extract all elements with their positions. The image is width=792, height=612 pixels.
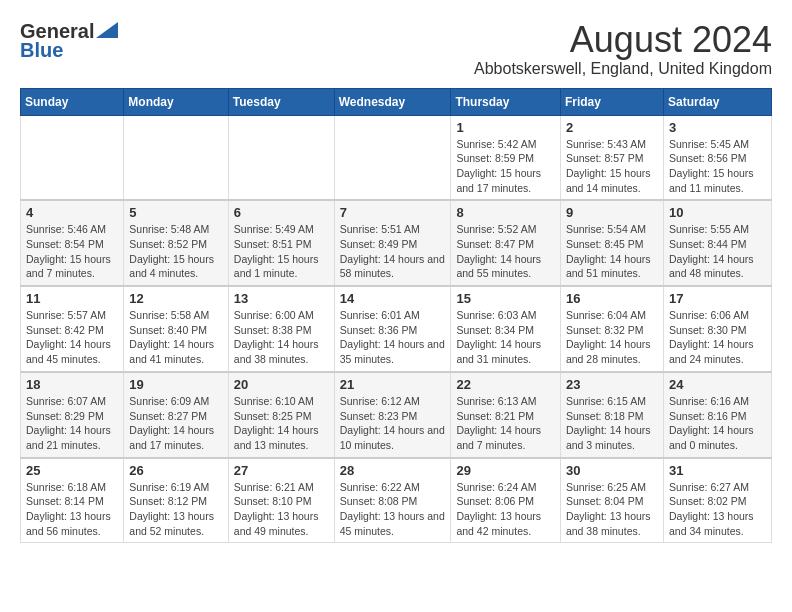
day-number: 2 xyxy=(566,120,658,135)
calendar-cell xyxy=(228,115,334,200)
day-info: Sunrise: 5:46 AM Sunset: 8:54 PM Dayligh… xyxy=(26,222,118,281)
day-info: Sunrise: 6:22 AM Sunset: 8:08 PM Dayligh… xyxy=(340,480,446,539)
calendar-cell: 23Sunrise: 6:15 AM Sunset: 8:18 PM Dayli… xyxy=(560,372,663,458)
calendar-cell: 21Sunrise: 6:12 AM Sunset: 8:23 PM Dayli… xyxy=(334,372,451,458)
week-row-4: 18Sunrise: 6:07 AM Sunset: 8:29 PM Dayli… xyxy=(21,372,772,458)
day-info: Sunrise: 6:03 AM Sunset: 8:34 PM Dayligh… xyxy=(456,308,555,367)
calendar-cell xyxy=(124,115,228,200)
day-info: Sunrise: 6:13 AM Sunset: 8:21 PM Dayligh… xyxy=(456,394,555,453)
day-number: 9 xyxy=(566,205,658,220)
day-info: Sunrise: 5:52 AM Sunset: 8:47 PM Dayligh… xyxy=(456,222,555,281)
day-info: Sunrise: 5:49 AM Sunset: 8:51 PM Dayligh… xyxy=(234,222,329,281)
day-number: 12 xyxy=(129,291,222,306)
day-number: 21 xyxy=(340,377,446,392)
week-row-3: 11Sunrise: 5:57 AM Sunset: 8:42 PM Dayli… xyxy=(21,286,772,372)
day-info: Sunrise: 5:51 AM Sunset: 8:49 PM Dayligh… xyxy=(340,222,446,281)
day-info: Sunrise: 6:07 AM Sunset: 8:29 PM Dayligh… xyxy=(26,394,118,453)
weekday-header-saturday: Saturday xyxy=(663,88,771,115)
calendar-cell: 24Sunrise: 6:16 AM Sunset: 8:16 PM Dayli… xyxy=(663,372,771,458)
calendar-cell: 4Sunrise: 5:46 AM Sunset: 8:54 PM Daylig… xyxy=(21,200,124,286)
day-info: Sunrise: 6:06 AM Sunset: 8:30 PM Dayligh… xyxy=(669,308,766,367)
day-info: Sunrise: 6:25 AM Sunset: 8:04 PM Dayligh… xyxy=(566,480,658,539)
calendar-cell: 7Sunrise: 5:51 AM Sunset: 8:49 PM Daylig… xyxy=(334,200,451,286)
day-number: 29 xyxy=(456,463,555,478)
day-number: 16 xyxy=(566,291,658,306)
day-number: 11 xyxy=(26,291,118,306)
day-info: Sunrise: 5:54 AM Sunset: 8:45 PM Dayligh… xyxy=(566,222,658,281)
day-info: Sunrise: 6:00 AM Sunset: 8:38 PM Dayligh… xyxy=(234,308,329,367)
title-section: August 2024 Abbotskerswell, England, Uni… xyxy=(474,20,772,78)
day-number: 17 xyxy=(669,291,766,306)
day-info: Sunrise: 6:27 AM Sunset: 8:02 PM Dayligh… xyxy=(669,480,766,539)
day-number: 22 xyxy=(456,377,555,392)
calendar-cell: 26Sunrise: 6:19 AM Sunset: 8:12 PM Dayli… xyxy=(124,458,228,543)
weekday-header-row: SundayMondayTuesdayWednesdayThursdayFrid… xyxy=(21,88,772,115)
day-info: Sunrise: 5:55 AM Sunset: 8:44 PM Dayligh… xyxy=(669,222,766,281)
calendar-cell: 15Sunrise: 6:03 AM Sunset: 8:34 PM Dayli… xyxy=(451,286,561,372)
calendar-cell xyxy=(334,115,451,200)
day-number: 3 xyxy=(669,120,766,135)
day-number: 26 xyxy=(129,463,222,478)
day-info: Sunrise: 6:12 AM Sunset: 8:23 PM Dayligh… xyxy=(340,394,446,453)
day-number: 4 xyxy=(26,205,118,220)
day-number: 14 xyxy=(340,291,446,306)
calendar-cell: 29Sunrise: 6:24 AM Sunset: 8:06 PM Dayli… xyxy=(451,458,561,543)
calendar-cell: 16Sunrise: 6:04 AM Sunset: 8:32 PM Dayli… xyxy=(560,286,663,372)
day-number: 28 xyxy=(340,463,446,478)
calendar-cell: 10Sunrise: 5:55 AM Sunset: 8:44 PM Dayli… xyxy=(663,200,771,286)
calendar-cell: 13Sunrise: 6:00 AM Sunset: 8:38 PM Dayli… xyxy=(228,286,334,372)
day-info: Sunrise: 6:04 AM Sunset: 8:32 PM Dayligh… xyxy=(566,308,658,367)
day-number: 13 xyxy=(234,291,329,306)
svg-marker-0 xyxy=(96,22,118,38)
day-info: Sunrise: 6:16 AM Sunset: 8:16 PM Dayligh… xyxy=(669,394,766,453)
day-number: 1 xyxy=(456,120,555,135)
day-info: Sunrise: 5:45 AM Sunset: 8:56 PM Dayligh… xyxy=(669,137,766,196)
day-number: 18 xyxy=(26,377,118,392)
day-number: 23 xyxy=(566,377,658,392)
calendar-cell: 30Sunrise: 6:25 AM Sunset: 8:04 PM Dayli… xyxy=(560,458,663,543)
calendar-cell: 12Sunrise: 5:58 AM Sunset: 8:40 PM Dayli… xyxy=(124,286,228,372)
logo-blue: Blue xyxy=(20,39,63,62)
day-number: 6 xyxy=(234,205,329,220)
day-number: 25 xyxy=(26,463,118,478)
main-title: August 2024 xyxy=(474,20,772,60)
weekday-header-tuesday: Tuesday xyxy=(228,88,334,115)
day-info: Sunrise: 6:01 AM Sunset: 8:36 PM Dayligh… xyxy=(340,308,446,367)
week-row-1: 1Sunrise: 5:42 AM Sunset: 8:59 PM Daylig… xyxy=(21,115,772,200)
day-info: Sunrise: 6:10 AM Sunset: 8:25 PM Dayligh… xyxy=(234,394,329,453)
page-header: General Blue August 2024 Abbotskerswell,… xyxy=(20,20,772,78)
day-info: Sunrise: 6:09 AM Sunset: 8:27 PM Dayligh… xyxy=(129,394,222,453)
day-info: Sunrise: 6:21 AM Sunset: 8:10 PM Dayligh… xyxy=(234,480,329,539)
day-number: 5 xyxy=(129,205,222,220)
calendar-cell: 20Sunrise: 6:10 AM Sunset: 8:25 PM Dayli… xyxy=(228,372,334,458)
calendar-cell: 6Sunrise: 5:49 AM Sunset: 8:51 PM Daylig… xyxy=(228,200,334,286)
calendar-cell xyxy=(21,115,124,200)
calendar-cell: 2Sunrise: 5:43 AM Sunset: 8:57 PM Daylig… xyxy=(560,115,663,200)
day-info: Sunrise: 6:18 AM Sunset: 8:14 PM Dayligh… xyxy=(26,480,118,539)
day-number: 27 xyxy=(234,463,329,478)
day-number: 7 xyxy=(340,205,446,220)
calendar-cell: 3Sunrise: 5:45 AM Sunset: 8:56 PM Daylig… xyxy=(663,115,771,200)
weekday-header-friday: Friday xyxy=(560,88,663,115)
day-number: 8 xyxy=(456,205,555,220)
day-info: Sunrise: 6:24 AM Sunset: 8:06 PM Dayligh… xyxy=(456,480,555,539)
weekday-header-sunday: Sunday xyxy=(21,88,124,115)
calendar-cell: 27Sunrise: 6:21 AM Sunset: 8:10 PM Dayli… xyxy=(228,458,334,543)
day-number: 20 xyxy=(234,377,329,392)
calendar-cell: 18Sunrise: 6:07 AM Sunset: 8:29 PM Dayli… xyxy=(21,372,124,458)
weekday-header-monday: Monday xyxy=(124,88,228,115)
calendar-cell: 14Sunrise: 6:01 AM Sunset: 8:36 PM Dayli… xyxy=(334,286,451,372)
day-info: Sunrise: 5:48 AM Sunset: 8:52 PM Dayligh… xyxy=(129,222,222,281)
day-info: Sunrise: 5:57 AM Sunset: 8:42 PM Dayligh… xyxy=(26,308,118,367)
weekday-header-wednesday: Wednesday xyxy=(334,88,451,115)
location-subtitle: Abbotskerswell, England, United Kingdom xyxy=(474,60,772,78)
calendar-table: SundayMondayTuesdayWednesdayThursdayFrid… xyxy=(20,88,772,544)
calendar-cell: 5Sunrise: 5:48 AM Sunset: 8:52 PM Daylig… xyxy=(124,200,228,286)
logo: General Blue xyxy=(20,20,118,62)
day-info: Sunrise: 6:19 AM Sunset: 8:12 PM Dayligh… xyxy=(129,480,222,539)
day-number: 30 xyxy=(566,463,658,478)
day-number: 10 xyxy=(669,205,766,220)
day-info: Sunrise: 5:43 AM Sunset: 8:57 PM Dayligh… xyxy=(566,137,658,196)
logo-icon xyxy=(96,22,118,38)
week-row-5: 25Sunrise: 6:18 AM Sunset: 8:14 PM Dayli… xyxy=(21,458,772,543)
